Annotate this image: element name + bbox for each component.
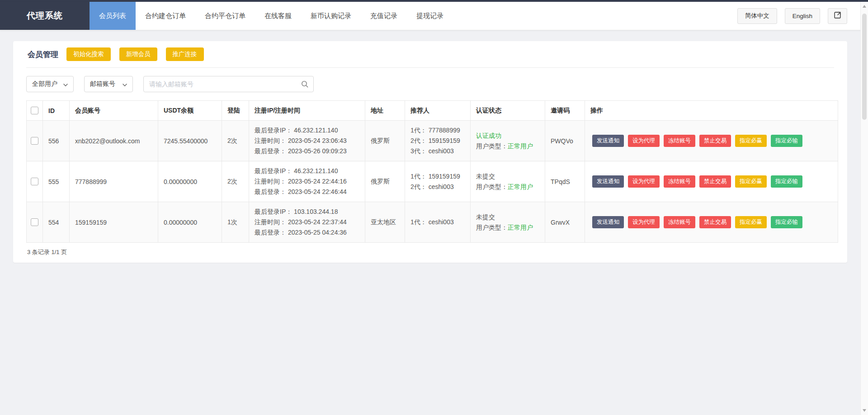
- column-header: 会员账号: [70, 101, 158, 121]
- member-balance: 7245.55400000: [158, 121, 222, 161]
- user-type-select-value: 全部用户: [32, 80, 57, 88]
- scrollbar[interactable]: [860, 2, 868, 415]
- row-action-freeze-account[interactable]: 冻结账号: [664, 175, 695, 188]
- referrer-line: 2代： ceshi003: [410, 182, 470, 192]
- ip-line: 最后登录IP： 103.103.244.18: [255, 207, 365, 217]
- search-input[interactable]: [143, 76, 314, 92]
- column-header: 认证状态: [471, 101, 545, 121]
- referrer-line: 1代： 159159159: [410, 171, 470, 182]
- row-action-set-agent[interactable]: 设为代理: [628, 135, 660, 147]
- member-balance: 0.00000000: [158, 161, 222, 202]
- user-type-line: 用户类型：正常用户: [476, 182, 545, 192]
- row-action-force-win[interactable]: 指定必赢: [735, 216, 767, 228]
- row-action-force-lose[interactable]: 指定必输: [771, 135, 802, 147]
- row-actions: 发送通知设为代理冻结账号禁止交易指定必赢指定必输: [585, 161, 838, 202]
- nav-item-新币认购记录[interactable]: 新币认购记录: [301, 2, 361, 30]
- row-action-ban-trade[interactable]: 禁止交易: [699, 175, 731, 188]
- lang-zh-button[interactable]: 简体中文: [737, 8, 777, 24]
- init-search-button[interactable]: 初始化搜索: [66, 47, 111, 61]
- user-type-line: 用户类型：正常用户: [476, 141, 545, 151]
- member-table: ID会员账号USDT余额登陆注册IP/注册时间地址推荐人认证状态邀请码操作 55…: [26, 100, 838, 243]
- row-action-ban-trade[interactable]: 禁止交易: [699, 216, 731, 228]
- add-member-button[interactable]: 新增会员: [119, 47, 157, 61]
- invite-code: GrwvX: [545, 202, 585, 243]
- app-brand[interactable]: 代理系统: [0, 2, 90, 30]
- row-action-ban-trade[interactable]: 禁止交易: [699, 135, 731, 147]
- scrollbar-down-icon[interactable]: [863, 409, 866, 412]
- user-type-label: 用户类型：: [476, 224, 508, 231]
- member-address: 俄罗斯: [365, 161, 405, 202]
- user-type-select[interactable]: 全部用户: [26, 76, 74, 92]
- ip-time-cell: 最后登录IP： 46.232.121.140注册时间： 2023-05-24 2…: [249, 161, 365, 202]
- row-checkbox[interactable]: [31, 178, 38, 185]
- member-balance: 0.00000000: [158, 202, 222, 243]
- member-id: 556: [43, 121, 70, 161]
- row-action-set-agent[interactable]: 设为代理: [628, 175, 660, 188]
- logout-icon: [834, 11, 841, 20]
- scrollbar-up-icon[interactable]: [863, 5, 866, 8]
- row-action-freeze-account[interactable]: 冻结账号: [664, 135, 695, 147]
- ip-line: 注册时间： 2023-05-24 23:06:43: [255, 136, 365, 146]
- row-checkbox[interactable]: [31, 137, 38, 145]
- column-header: 推荐人: [405, 101, 471, 121]
- auth-status-cell: 未提交 用户类型：正常用户: [471, 202, 545, 243]
- member-account: 159159159: [70, 202, 158, 243]
- referrer-cell: 1代： 7778889992代： 1591591593代： ceshi003: [405, 121, 471, 161]
- nav-item-合约建仓订单[interactable]: 合约建仓订单: [136, 2, 195, 30]
- row-action-freeze-account[interactable]: 冻结账号: [664, 216, 695, 228]
- row-action-set-agent[interactable]: 设为代理: [628, 216, 660, 228]
- row-action-send-notice[interactable]: 发送通知: [592, 216, 624, 228]
- table-row: 555 777888999 0.00000000 2次 最后登录IP： 46.2…: [27, 161, 838, 202]
- ip-line: 注册时间： 2023-05-24 22:37:44: [255, 217, 365, 227]
- promo-link-button[interactable]: 推广连接: [166, 47, 204, 61]
- user-type-line: 用户类型：正常用户: [476, 222, 545, 233]
- row-action-force-lose[interactable]: 指定必输: [771, 175, 802, 188]
- ip-line: 注册时间： 2023-05-24 22:44:16: [255, 176, 365, 187]
- search-field-select-value: 邮箱账号: [90, 80, 115, 88]
- row-actions: 发送通知设为代理冻结账号禁止交易指定必赢指定必输: [585, 121, 838, 161]
- auth-status-cell: 认证成功 用户类型：正常用户: [471, 121, 545, 161]
- page-content: 会员管理 初始化搜索新增会员推广连接 全部用户 邮箱账号: [0, 30, 868, 263]
- auth-status-cell: 未提交 用户类型：正常用户: [471, 161, 545, 202]
- ip-line: 最后登录IP： 46.232.121.140: [255, 166, 365, 176]
- invite-code: PWQVo: [545, 121, 585, 161]
- nav-item-合约平仓订单[interactable]: 合约平仓订单: [195, 2, 255, 30]
- scrollbar-thumb[interactable]: [862, 14, 867, 120]
- filter-row: 全部用户 邮箱账号: [26, 76, 834, 92]
- ip-line: 最后登录IP： 46.232.121.140: [255, 125, 365, 136]
- column-header: 登陆: [222, 101, 249, 121]
- nav-right: 简体中文 English: [737, 2, 868, 30]
- select-all-checkbox[interactable]: [31, 107, 38, 114]
- lang-en-button[interactable]: English: [785, 8, 820, 24]
- column-header: 地址: [365, 101, 405, 121]
- nav-item-提现记录[interactable]: 提现记录: [407, 2, 453, 30]
- member-management-card: 会员管理 初始化搜索新增会员推广连接 全部用户 邮箱账号: [13, 41, 847, 263]
- auth-status: 未提交: [476, 171, 545, 182]
- search-field-select[interactable]: 邮箱账号: [84, 76, 133, 92]
- auth-status: 认证成功: [476, 131, 545, 141]
- referrer-line: 1代： ceshi003: [410, 217, 470, 227]
- ip-line: 最后登录： 2023-05-25 04:24:36: [255, 227, 365, 238]
- logout-button[interactable]: [828, 8, 847, 24]
- row-action-send-notice[interactable]: 发送通知: [592, 135, 624, 147]
- row-action-force-win[interactable]: 指定必赢: [735, 135, 767, 147]
- row-actions: 发送通知设为代理冻结账号禁止交易指定必赢指定必输: [585, 202, 838, 243]
- page-title: 会员管理: [28, 49, 58, 60]
- table-header-row: ID会员账号USDT余额登陆注册IP/注册时间地址推荐人认证状态邀请码操作: [27, 101, 838, 121]
- referrer-line: 1代： 777888999: [410, 125, 470, 136]
- row-action-force-win[interactable]: 指定必赢: [735, 175, 767, 188]
- column-header: ID: [43, 101, 70, 121]
- row-checkbox[interactable]: [31, 218, 38, 226]
- referrer-line: 3代： ceshi003: [410, 146, 470, 156]
- table-row: 554 159159159 0.00000000 1次 最后登录IP： 103.…: [27, 202, 838, 243]
- nav-item-充值记录[interactable]: 充值记录: [361, 2, 407, 30]
- nav-item-会员列表[interactable]: 会员列表: [90, 2, 136, 30]
- top-navbar: 代理系统 会员列表合约建仓订单合约平仓订单在线客服新币认购记录充值记录提现记录 …: [0, 2, 868, 30]
- nav-item-在线客服[interactable]: 在线客服: [255, 2, 301, 30]
- row-action-send-notice[interactable]: 发送通知: [592, 175, 624, 188]
- member-address: 俄罗斯: [365, 121, 405, 161]
- row-action-force-lose[interactable]: 指定必输: [771, 216, 802, 228]
- search-wrap: [143, 76, 314, 92]
- user-type-value: 正常用户: [508, 183, 533, 190]
- search-icon[interactable]: [301, 80, 309, 90]
